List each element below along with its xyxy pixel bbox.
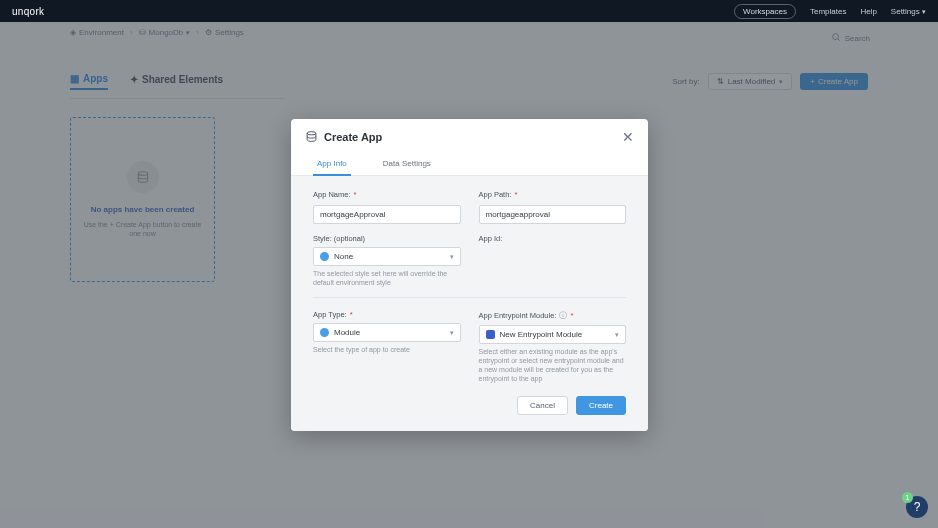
layers-icon	[305, 130, 318, 145]
app-type-select[interactable]: Module ▾	[313, 323, 461, 342]
entrypoint-icon	[486, 330, 495, 339]
entrypoint-label: App Entrypoint Module: ⓘ *	[479, 310, 627, 321]
entrypoint-helper: Select either an existing module as the …	[479, 347, 627, 383]
select-content: Module	[320, 328, 360, 337]
form-divider	[313, 297, 626, 298]
label-text: App Entrypoint Module:	[479, 311, 557, 320]
templates-link[interactable]: Templates	[810, 7, 846, 16]
question-icon: ?	[914, 500, 921, 514]
create-button[interactable]: Create	[576, 396, 626, 415]
info-icon: ⓘ	[559, 310, 567, 321]
app-type-value: Module	[334, 328, 360, 337]
topbar-right: Workspaces Templates Help Settings ▾	[734, 4, 926, 19]
help-bubble[interactable]: 1 ?	[906, 496, 928, 518]
required-marker: *	[354, 190, 357, 199]
settings-link[interactable]: Settings ▾	[891, 7, 926, 16]
modal-tabs: App Info Data Settings	[291, 153, 648, 176]
required-marker: *	[570, 311, 573, 320]
app-path-input[interactable]	[479, 205, 627, 224]
app-type-helper: Select the type of app to create	[313, 345, 461, 354]
field-app-name: App Name: *	[313, 190, 461, 224]
modal-footer: Cancel Create	[313, 396, 626, 415]
field-entrypoint: App Entrypoint Module: ⓘ * New Entrypoin…	[479, 310, 627, 383]
entrypoint-value: New Entrypoint Module	[500, 330, 583, 339]
help-count-badge: 1	[902, 492, 913, 503]
create-app-modal: Create App ✕ App Info Data Settings App …	[291, 119, 648, 431]
style-select[interactable]: None ▾	[313, 247, 461, 266]
cancel-button[interactable]: Cancel	[517, 396, 568, 415]
label-text: App Name:	[313, 190, 351, 199]
form-row: Style: (optional) None ▾ The selected st…	[313, 234, 626, 287]
modal-body: App Name: * App Path: * Style: (optional…	[291, 176, 648, 431]
field-app-id: App Id:	[479, 234, 627, 287]
field-style: Style: (optional) None ▾ The selected st…	[313, 234, 461, 287]
svg-point-3	[307, 131, 316, 134]
style-helper: The selected style set here will overrid…	[313, 269, 461, 287]
required-marker: *	[350, 310, 353, 319]
tab-app-info[interactable]: App Info	[313, 153, 351, 176]
field-app-type: App Type: * Module ▾ Select the type of …	[313, 310, 461, 383]
label-text: App Path:	[479, 190, 512, 199]
modal-title: Create App	[305, 130, 382, 145]
form-row: App Type: * Module ▾ Select the type of …	[313, 310, 626, 383]
style-value: None	[334, 252, 353, 261]
app-name-label: App Name: *	[313, 190, 461, 199]
settings-label: Settings	[891, 7, 920, 16]
app-name-input[interactable]	[313, 205, 461, 224]
select-content: None	[320, 252, 353, 261]
tab-data-settings[interactable]: Data Settings	[379, 153, 435, 175]
entrypoint-select[interactable]: New Entrypoint Module ▾	[479, 325, 627, 344]
form-row: App Name: * App Path: *	[313, 190, 626, 224]
app-id-label: App Id:	[479, 234, 627, 243]
label-text: App Type:	[313, 310, 347, 319]
style-icon	[320, 252, 329, 261]
topbar: unqork Workspaces Templates Help Setting…	[0, 0, 938, 22]
required-marker: *	[514, 190, 517, 199]
style-label: Style: (optional)	[313, 234, 461, 243]
chevron-down-icon: ▾	[450, 329, 454, 337]
chevron-down-icon: ▾	[615, 331, 619, 339]
chevron-down-icon: ▾	[922, 8, 926, 15]
app-path-label: App Path: *	[479, 190, 627, 199]
module-icon	[320, 328, 329, 337]
workspaces-link[interactable]: Workspaces	[734, 4, 796, 19]
logo: unqork	[12, 6, 44, 17]
app-type-label: App Type: *	[313, 310, 461, 319]
select-content: New Entrypoint Module	[486, 330, 583, 339]
modal-title-text: Create App	[324, 131, 382, 143]
modal-header: Create App ✕	[291, 119, 648, 153]
close-button[interactable]: ✕	[622, 129, 634, 145]
help-link[interactable]: Help	[860, 7, 876, 16]
chevron-down-icon: ▾	[450, 253, 454, 261]
field-app-path: App Path: *	[479, 190, 627, 224]
